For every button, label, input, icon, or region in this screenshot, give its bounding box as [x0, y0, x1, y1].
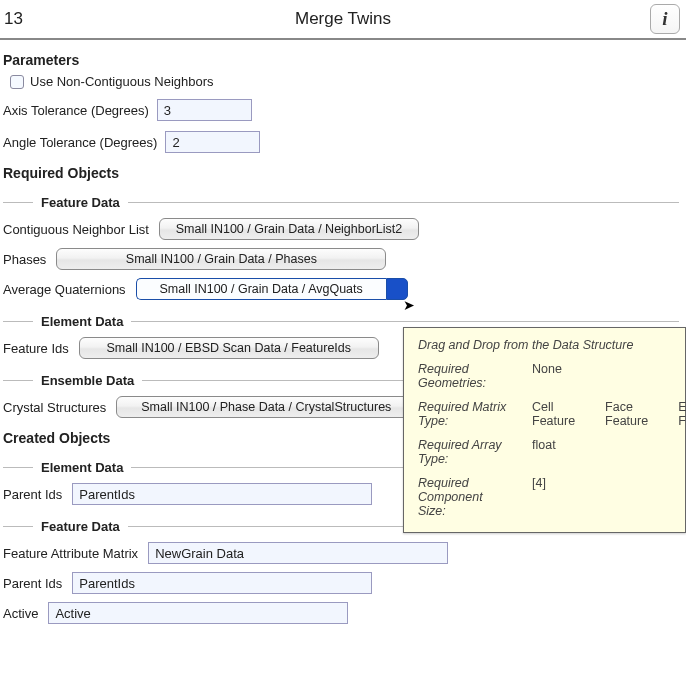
- parent-ids-value-2: ParentIds: [79, 576, 135, 591]
- angle-tolerance-label: Angle Tolerance (Degrees): [3, 135, 157, 150]
- avg-quaternions-row: Average Quaternions Small IN100 / Grain …: [3, 278, 682, 300]
- tooltip-required-geometries-val: None: [532, 362, 562, 390]
- tooltip-required-array-val: float: [532, 438, 556, 466]
- tooltip-required-matrix-key: Required Matrix Type:: [418, 400, 508, 428]
- contiguous-neighbor-value: Small IN100 / Grain Data / NeighborList2: [176, 222, 403, 236]
- phases-select[interactable]: Small IN100 / Grain Data / Phases: [56, 248, 386, 270]
- feature-attr-matrix-value: NewGrain Data: [155, 546, 244, 561]
- tooltip-required-component-val: [4]: [532, 476, 546, 518]
- ensemble-data-legend: Ensemble Data: [33, 373, 142, 388]
- use-noncontiguous-label: Use Non-Contiguous Neighbors: [30, 74, 214, 89]
- avg-quaternions-dropdown-button[interactable]: ➤: [386, 278, 408, 300]
- crystal-structures-value: Small IN100 / Phase Data / CrystalStruct…: [141, 400, 391, 414]
- parent-ids-row-2: Parent Ids ParentIds: [3, 572, 682, 594]
- parent-ids-label-1: Parent Ids: [3, 487, 62, 502]
- cursor-icon: ➤: [403, 297, 415, 313]
- feature-ids-label: Feature Ids: [3, 341, 69, 356]
- feature-attr-matrix-row: Feature Attribute Matrix NewGrain Data: [3, 542, 682, 564]
- active-label: Active: [3, 606, 38, 621]
- feature-ids-value: Small IN100 / EBSD Scan Data / FeatureId…: [106, 341, 351, 355]
- tooltip-matrix-v3: Edge Feature: [678, 400, 686, 428]
- avg-quaternions-value: Small IN100 / Grain Data / AvgQuats: [159, 282, 362, 296]
- axis-tolerance-row: Axis Tolerance (Degrees) 3: [3, 99, 682, 121]
- element-data-legend: Element Data: [33, 314, 131, 329]
- angle-tolerance-value: 2: [172, 135, 179, 150]
- phases-value: Small IN100 / Grain Data / Phases: [126, 252, 317, 266]
- active-row: Active Active: [3, 602, 682, 624]
- tooltip-required-component-key: Required Component Size:: [418, 476, 508, 518]
- contiguous-neighbor-label: Contiguous Neighbor List: [3, 222, 149, 237]
- use-noncontiguous-checkbox[interactable]: [10, 75, 24, 89]
- contiguous-neighbor-select[interactable]: Small IN100 / Grain Data / NeighborList2: [159, 218, 419, 240]
- tooltip-title: Drag and Drop from the Data Structure: [418, 338, 671, 352]
- avg-quaternions-label: Average Quaternions: [3, 282, 126, 297]
- avg-quaternions-text[interactable]: Small IN100 / Grain Data / AvgQuats: [136, 278, 386, 300]
- axis-tolerance-label: Axis Tolerance (Degrees): [3, 103, 149, 118]
- feature-attr-matrix-label: Feature Attribute Matrix: [3, 546, 138, 561]
- use-noncontiguous-row: Use Non-Contiguous Neighbors: [10, 74, 682, 89]
- parent-ids-label-2: Parent Ids: [3, 576, 62, 591]
- angle-tolerance-row: Angle Tolerance (Degrees) 2: [3, 131, 682, 153]
- tooltip-matrix-v2: Face Feature: [605, 400, 648, 428]
- phases-row: Phases Small IN100 / Grain Data / Phases: [3, 248, 682, 270]
- info-button[interactable]: i: [650, 4, 680, 34]
- contiguous-neighbor-row: Contiguous Neighbor List Small IN100 / G…: [3, 218, 682, 240]
- tooltip-matrix-v1: Cell Feature: [532, 400, 575, 428]
- axis-tolerance-input[interactable]: 3: [157, 99, 252, 121]
- feature-data-fieldset: Feature Data: [3, 195, 679, 210]
- active-input[interactable]: Active: [48, 602, 348, 624]
- created-feature-data-legend: Feature Data: [33, 519, 128, 534]
- axis-tolerance-value: 3: [164, 103, 171, 118]
- info-icon: i: [662, 8, 667, 30]
- required-objects-heading: Required Objects: [3, 165, 682, 181]
- feature-ids-select[interactable]: Small IN100 / EBSD Scan Data / FeatureId…: [79, 337, 379, 359]
- feature-data-legend: Feature Data: [33, 195, 128, 210]
- avg-quaternions-combo[interactable]: Small IN100 / Grain Data / AvgQuats ➤: [136, 278, 408, 300]
- tooltip-required-geometries-key: Required Geometries:: [418, 362, 508, 390]
- filter-index: 13: [2, 9, 23, 29]
- parameters-heading: Parameters: [3, 52, 682, 68]
- crystal-structures-select[interactable]: Small IN100 / Phase Data / CrystalStruct…: [116, 396, 416, 418]
- parent-ids-input-1[interactable]: ParentIds: [72, 483, 372, 505]
- tooltip-required-array-key: Required Array Type:: [418, 438, 508, 466]
- header-bar: 13 Merge Twins i: [0, 0, 686, 40]
- parent-ids-value-1: ParentIds: [79, 487, 135, 502]
- created-element-data-legend: Element Data: [33, 460, 131, 475]
- crystal-structures-label: Crystal Structures: [3, 400, 106, 415]
- active-value: Active: [55, 606, 90, 621]
- parent-ids-input-2[interactable]: ParentIds: [72, 572, 372, 594]
- filter-title: Merge Twins: [295, 9, 391, 29]
- phases-label: Phases: [3, 252, 46, 267]
- angle-tolerance-input[interactable]: 2: [165, 131, 260, 153]
- feature-attr-matrix-input[interactable]: NewGrain Data: [148, 542, 448, 564]
- drag-drop-tooltip: Drag and Drop from the Data Structure Re…: [403, 327, 686, 533]
